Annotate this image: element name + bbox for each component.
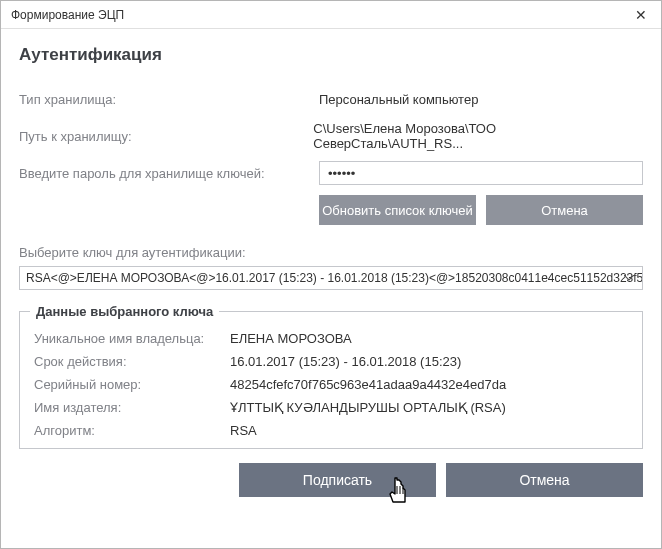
algorithm-value: RSA	[230, 423, 632, 438]
password-row: Введите пароль для хранилище ключей:	[19, 161, 643, 185]
algorithm-row: Алгоритм: RSA	[30, 423, 632, 438]
issuer-row: Имя издателя: ҰЛТТЫҚ КУӘЛАНДЫРУШЫ ОРТАЛЫ…	[30, 400, 632, 415]
auth-button-row: Обновить список ключей Отмена	[19, 195, 643, 225]
storage-path-value: C\Users\Елена Морозова\ТОО СеверСталь\AU…	[313, 121, 643, 151]
select-key-label: Выберите ключ для аутентификации:	[19, 245, 643, 260]
storage-type-row: Тип хранилища: Персональный компьютер	[19, 87, 643, 111]
titlebar: Формирование ЭЦП ✕	[1, 1, 661, 29]
chevron-down-icon	[620, 267, 638, 289]
owner-row: Уникальное имя владельца: ЕЛЕНА МОРОЗОВА	[30, 331, 632, 346]
issuer-label: Имя издателя:	[30, 400, 230, 415]
issuer-value: ҰЛТТЫҚ КУӘЛАНДЫРУШЫ ОРТАЛЫҚ (RSA)	[230, 400, 632, 415]
key-select-value: RSA<@>ЕЛЕНА МОРОЗОВА<@>16.01.2017 (15:23…	[26, 271, 643, 285]
owner-value: ЕЛЕНА МОРОЗОВА	[230, 331, 632, 346]
key-data-legend: Данные выбранного ключа	[30, 304, 219, 319]
serial-row: Серийный номер: 48254cfefc70f765c963e41a…	[30, 377, 632, 392]
storage-path-label: Путь к хранилищу:	[19, 129, 313, 144]
footer-button-row: Подписать Отмена	[19, 463, 643, 497]
storage-type-value: Персональный компьютер	[319, 92, 478, 107]
owner-label: Уникальное имя владельца:	[30, 331, 230, 346]
validity-value: 16.01.2017 (15:23) - 16.01.2018 (15:23)	[230, 354, 632, 369]
refresh-keys-button[interactable]: Обновить список ключей	[319, 195, 476, 225]
key-data-fieldset: Данные выбранного ключа Уникальное имя в…	[19, 304, 643, 449]
algorithm-label: Алгоритм:	[30, 423, 230, 438]
password-input[interactable]	[319, 161, 643, 185]
storage-path-row: Путь к хранилищу: C\Users\Елена Морозова…	[19, 121, 643, 151]
auth-heading: Аутентификация	[19, 45, 643, 65]
auth-cancel-button[interactable]: Отмена	[486, 195, 643, 225]
key-select[interactable]: RSA<@>ЕЛЕНА МОРОЗОВА<@>16.01.2017 (15:23…	[19, 266, 643, 290]
validity-row: Срок действия: 16.01.2017 (15:23) - 16.0…	[30, 354, 632, 369]
storage-type-label: Тип хранилища:	[19, 92, 319, 107]
close-icon[interactable]: ✕	[629, 7, 653, 23]
sign-button[interactable]: Подписать	[239, 463, 436, 497]
window-title: Формирование ЭЦП	[11, 8, 124, 22]
serial-label: Серийный номер:	[30, 377, 230, 392]
footer-cancel-button[interactable]: Отмена	[446, 463, 643, 497]
content-area: Аутентификация Тип хранилища: Персональн…	[1, 29, 661, 507]
password-label: Введите пароль для хранилище ключей:	[19, 166, 319, 181]
digital-signature-window: Формирование ЭЦП ✕ Аутентификация Тип хр…	[0, 0, 662, 549]
serial-value: 48254cfefc70f765c963e41adaa9a4432e4ed7da	[230, 377, 632, 392]
validity-label: Срок действия:	[30, 354, 230, 369]
